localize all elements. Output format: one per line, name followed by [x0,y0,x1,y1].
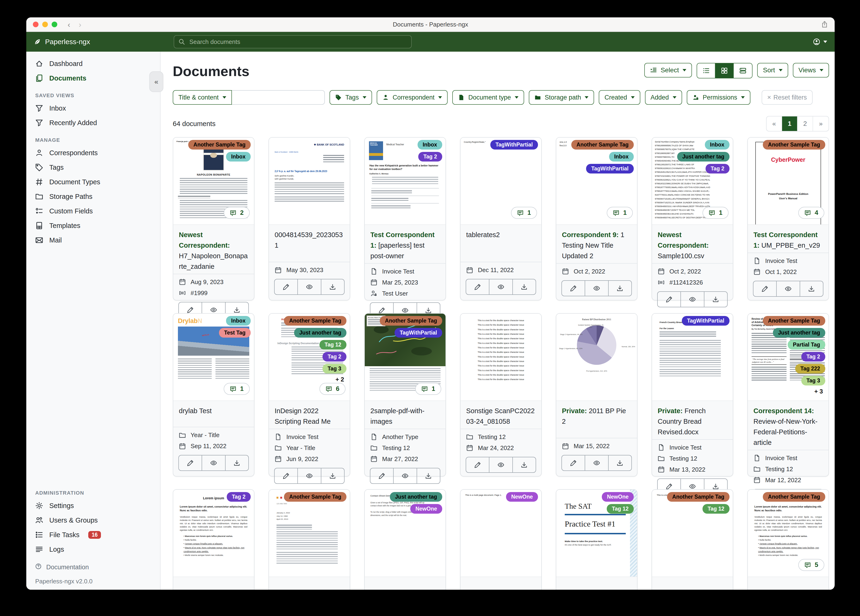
meta-doc[interactable]: Invoice Test [753,454,823,462]
document-title[interactable]: 0004814539_20230531 [269,225,350,253]
correspondent-prefix[interactable]: Private: [562,407,587,415]
document-preview[interactable]: Ado InDesign Scripting Documentation Ano… [269,314,350,401]
select-button[interactable]: Select [644,63,692,77]
edit-document-button[interactable] [562,281,585,296]
document-title[interactable]: tablerates2 [460,225,541,242]
back-icon[interactable]: ‹ [67,20,70,28]
tag-tag-2[interactable]: Tag 2 [801,352,825,361]
correspondent-prefix[interactable]: Newest Correspondent: [179,231,230,249]
tag-inbox[interactable]: Inbox [705,140,730,149]
meta-calendar[interactable]: May 30, 2023 [275,266,344,274]
tag-another-sample-tag[interactable]: Another Sample Tag [380,316,442,325]
meta-folder[interactable]: Testing 12 [658,455,727,462]
document-preview[interactable]: DrylabN NETFLIX InboxTest Tag1 [173,314,254,401]
edit-document-button[interactable] [753,281,777,296]
tag-another-sample-tag[interactable]: Another Sample Tag [571,140,634,149]
download-document-button[interactable] [513,279,536,294]
document-preview[interactable]: one,1.0 five,5.0 Another Sample TagInbox… [556,138,637,225]
minimize-window-button[interactable] [42,22,48,27]
close-window-button[interactable] [33,22,39,27]
pagination-page-2[interactable]: 2 [797,116,813,131]
notes-badge[interactable]: 1 [224,383,250,395]
tag-tag-3[interactable]: Tag 3 [322,364,347,374]
meta-owner[interactable]: Test User [370,290,440,297]
meta-doc[interactable]: Another Type [370,433,440,441]
filter-correspondent-button[interactable]: Correspondent [377,90,448,105]
search-input[interactable] [188,38,407,46]
document-title[interactable]: Private: 2011 BP Pie 2 [556,401,637,429]
document-title[interactable]: Sonstige ScanPC2022 03-24_081058 [460,401,541,429]
filter-tags-button[interactable]: Tags [330,90,372,105]
correspondent-prefix[interactable]: Test Correspondent 1: [753,231,818,249]
download-document-button[interactable] [800,281,823,296]
document-preview[interactable]: Boundary Waters Trip Another Sample TagT… [365,314,446,401]
notes-badge[interactable]: 1 [703,207,728,219]
meta-folder[interactable]: Testing 12 [466,433,536,441]
more-tags-count[interactable]: + 3 [814,388,825,395]
document-preview[interactable]: Lorem ipsum Lorem ipsum dolor sit amet, … [173,490,254,577]
document-preview[interactable]: Country,Region/State," TagWithPartial1 [460,138,541,225]
pagination-page-1[interactable]: 1 [782,116,797,131]
edit-document-button[interactable] [466,457,490,472]
meta-calendar[interactable]: Aug 9, 2023 [179,278,248,286]
tag-tag-222[interactable]: Tag 222 [795,364,825,374]
tag-tag-2[interactable]: Tag 2 [418,152,442,162]
view-document-button[interactable] [585,281,608,296]
tag-inbox[interactable]: Inbox [417,140,442,149]
grid-view-button[interactable] [716,63,734,78]
title-content-input[interactable] [232,90,325,105]
user-menu[interactable] [813,38,827,45]
view-document-button[interactable] [777,281,800,296]
meta-folder[interactable]: Testing 12 [753,465,823,473]
share-icon[interactable] [821,21,828,28]
meta-calendar[interactable]: Sep 11, 2022 [179,443,248,450]
tag-tagwithpartial[interactable]: TagWithPartial [395,328,442,338]
download-document-button[interactable] [321,279,344,294]
meta-folder[interactable]: Testing 12 [370,445,440,452]
correspondent-prefix[interactable]: Private: [658,407,683,415]
tag-tag-12[interactable]: Tag 12 [703,504,730,514]
view-document-button[interactable] [490,457,513,472]
meta-folder[interactable]: Year - Title [275,445,344,452]
more-tags-count[interactable]: + 2 [336,376,347,383]
edit-document-button[interactable] [179,456,202,470]
meta-doc[interactable]: Invoice Test [753,257,823,265]
document-preview[interactable]: Test Name 123-456-7890 January 2, 2022 J… [269,490,350,577]
notes-badge[interactable]: 1 [511,207,537,219]
app-brand[interactable]: Paperless-ngx [34,38,90,46]
tag-just-another-tag[interactable]: Just another tag [390,492,442,502]
zoom-window-button[interactable] [52,22,57,27]
sidebar-item-settings[interactable]: Settings [26,498,160,513]
meta-calendar[interactable]: Jun 9, 2022 [275,456,344,463]
sidebar-item-correspondents[interactable]: Correspondents [26,146,160,160]
sidebar-item-document-types[interactable]: Document Types [26,174,160,189]
tag-just-another-tag[interactable]: Just another tag [677,152,730,162]
tag-another-sample-tag[interactable]: Another Sample Tag [284,316,347,325]
document-title[interactable]: Newest Correspondent: Sample100.csv [652,225,733,263]
tag-tag-2[interactable]: Tag 2 [706,164,730,173]
notes-badge[interactable]: 6 [319,383,345,395]
tag-tag-2[interactable]: Tag 2 [227,492,251,502]
tag-newone[interactable]: NewOne [602,492,634,502]
tag-another-sample-tag[interactable]: Another Sample Tag [763,492,825,502]
tag-partial-tag[interactable]: Partial Tag [788,340,825,350]
document-preview[interactable]: French Country Bread For the Leaven TagW… [652,314,733,401]
edit-document-button[interactable] [275,279,298,294]
view-document-button[interactable] [394,468,417,483]
tag-tagwithpartial[interactable]: TagWithPartial [586,164,634,173]
document-title[interactable]: InDesign 2022 Scripting Read Me [269,401,350,429]
list-view-button[interactable] [697,63,716,78]
tag-just-another-tag[interactable]: Just another tag [294,328,347,338]
meta-calendar[interactable]: Mar 25, 2023 [370,279,440,286]
tag-newone[interactable]: NewOne [506,492,538,502]
sidebar-item-mail[interactable]: Mail [26,233,160,247]
meta-barcode[interactable]: #112412326 [658,279,727,286]
tag-tagwithpartial[interactable]: TagWithPartial [682,316,730,325]
sidebar-item-custom-fields[interactable]: Custom Fields [26,204,160,218]
document-preview[interactable]: Serial Number,Company Name,Employe 97881… [652,138,733,225]
download-document-button[interactable] [513,457,536,472]
document-title[interactable]: Correspondent 14: Review-of-New-York-Fed… [748,401,829,450]
document-preview[interactable]: The SAT Practice Test #1 Make time to ta… [556,490,637,577]
correspondent-prefix[interactable]: Test Correspondent 1: [370,231,435,249]
tag-tag-3[interactable]: Tag 3 [801,376,825,385]
